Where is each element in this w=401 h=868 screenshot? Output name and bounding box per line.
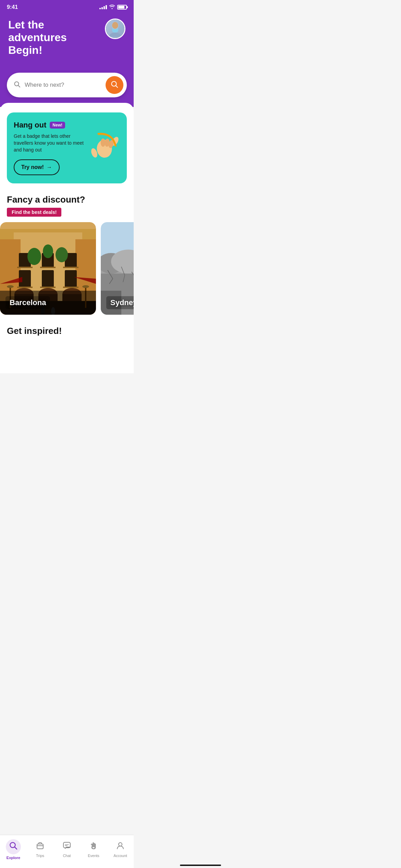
try-now-button[interactable]: Try now! → [14,159,60,175]
city-barcelona-label: Barcelona [5,296,50,309]
inspired-section: Get inspired! [7,326,127,336]
svg-point-1 [112,22,118,29]
battery-icon [117,5,127,10]
svg-rect-24 [17,287,33,288]
svg-point-34 [56,247,68,262]
deals-badge: Find the best deals! [7,208,61,217]
city-sydney-label: Sydney [106,296,134,309]
status-bar: 9:41 [0,0,134,13]
search-icon-left [14,81,21,89]
new-badge: New! [50,122,65,129]
svg-rect-23 [65,270,77,287]
hangout-description: Get a badge that lets other travellers k… [14,133,86,153]
city-card-barcelona[interactable]: Barcelona [0,222,96,315]
hangout-emoji [86,128,123,168]
svg-rect-32 [63,267,78,268]
search-input[interactable] [25,82,101,88]
search-button-icon [111,81,118,90]
status-icons [99,4,127,10]
search-button[interactable] [106,76,123,94]
svg-rect-31 [40,267,56,268]
discount-section: Fancy a discount? Find the best deals! [7,194,127,316]
search-bar [7,73,127,97]
status-time: 9:41 [7,4,18,10]
main-content: Hang out New! Get a badge that lets othe… [0,103,134,373]
hangout-title: Hang out [14,121,46,130]
wifi-icon [109,4,115,10]
city-card-sydney[interactable]: Sydney [101,222,134,315]
svg-point-33 [27,248,41,265]
discount-title: Fancy a discount? [7,194,127,205]
svg-rect-25 [40,287,56,288]
header-title: Let the adventures Begin! [8,19,105,56]
svg-point-40 [82,285,89,288]
signal-icon [99,5,107,9]
svg-rect-30 [17,267,33,268]
hangout-title-row: Hang out New! [14,121,86,130]
inspired-title: Get inspired! [7,326,127,336]
hangout-card: Hang out New! Get a badge that lets othe… [7,112,127,183]
user-avatar[interactable] [105,19,125,39]
svg-point-38 [7,285,14,288]
svg-rect-22 [42,270,54,287]
city-cards-scroll[interactable]: Barcelona [0,222,134,316]
svg-point-35 [43,244,53,258]
header-section: Let the adventures Begin! [0,13,134,67]
search-section [0,67,134,107]
hangout-text-section: Hang out New! Get a badge that lets othe… [14,121,89,175]
svg-rect-26 [63,287,78,288]
